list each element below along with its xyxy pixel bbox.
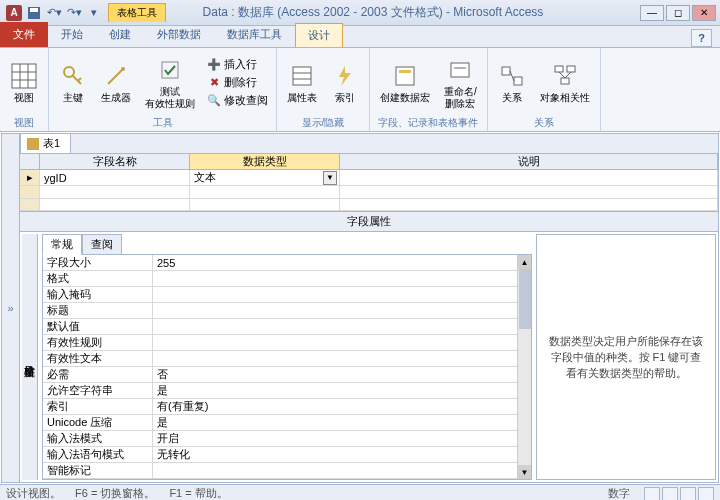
svg-line-26 xyxy=(559,72,565,78)
tab-external[interactable]: 外部数据 xyxy=(144,22,214,47)
status-bar: 设计视图。 F6 = 切换窗格。 F1 = 帮助。 数字 xyxy=(0,484,720,500)
relationships-icon xyxy=(498,62,526,90)
property-row[interactable]: 标题 xyxy=(43,303,531,319)
redo-icon[interactable]: ↷▾ xyxy=(66,5,82,21)
svg-line-22 xyxy=(510,71,514,81)
field-row[interactable]: ▸ ygID 文本▼ xyxy=(20,170,718,186)
description-cell[interactable] xyxy=(340,170,718,185)
property-value[interactable]: 开启 xyxy=(153,431,531,446)
scrollbar[interactable]: ▲ ▼ xyxy=(517,255,531,479)
property-row[interactable]: 默认值 xyxy=(43,319,531,335)
column-datatype[interactable]: 数据类型 xyxy=(190,154,340,169)
svg-rect-17 xyxy=(399,70,411,73)
view-design-icon[interactable] xyxy=(698,487,714,501)
property-name: 输入法模式 xyxy=(43,431,153,446)
document-tab[interactable]: 表1 xyxy=(20,133,71,153)
property-value[interactable] xyxy=(153,351,531,366)
field-name-cell[interactable]: ygID xyxy=(40,170,190,185)
help-button[interactable]: ? xyxy=(691,29,712,47)
property-row[interactable]: 允许空字符串是 xyxy=(43,383,531,399)
property-value[interactable] xyxy=(153,463,531,478)
field-row-empty[interactable] xyxy=(20,199,718,212)
svg-rect-12 xyxy=(162,62,178,78)
property-value[interactable]: 无转化 xyxy=(153,447,531,462)
builder-button[interactable]: 生成器 xyxy=(97,60,135,106)
save-icon[interactable] xyxy=(26,5,42,21)
property-value[interactable] xyxy=(153,271,531,286)
index-button[interactable]: 索引 xyxy=(327,60,363,106)
property-row[interactable]: 智能标记 xyxy=(43,463,531,479)
rename-delete-macro-button[interactable]: 重命名/ 删除宏 xyxy=(440,54,481,112)
tab-general[interactable]: 常规 xyxy=(42,234,82,255)
primary-key-button[interactable]: 主键 xyxy=(55,60,91,106)
app-icon[interactable]: A xyxy=(6,5,22,21)
object-dependencies-button[interactable]: 对象相关性 xyxy=(536,60,594,106)
column-fieldname[interactable]: 字段名称 xyxy=(40,154,190,169)
minimize-button[interactable]: — xyxy=(640,5,664,21)
delete-row-icon: ✖ xyxy=(207,76,221,90)
row-selector[interactable]: ▸ xyxy=(20,170,40,185)
insert-row-button[interactable]: ➕插入行 xyxy=(205,56,270,73)
view-chart-icon[interactable] xyxy=(680,487,696,501)
property-sheet-button[interactable]: 属性表 xyxy=(283,60,321,106)
design-surface: 表1 字段名称 数据类型 说明 ▸ ygID 文本▼ 字段属性 导航窗格 xyxy=(20,134,718,482)
maximize-button[interactable]: ◻ xyxy=(666,5,690,21)
property-value[interactable] xyxy=(153,287,531,302)
tab-home[interactable]: 开始 xyxy=(48,22,96,47)
delete-row-button[interactable]: ✖删除行 xyxy=(205,74,270,91)
insert-row-icon: ➕ xyxy=(207,58,221,72)
svg-rect-16 xyxy=(396,67,414,85)
scroll-thumb[interactable] xyxy=(519,269,531,329)
close-button[interactable]: ✕ xyxy=(692,5,716,21)
property-value[interactable]: 255 xyxy=(153,255,531,270)
property-row[interactable]: 有效性规则 xyxy=(43,335,531,351)
modify-lookup-button[interactable]: 🔍修改查阅 xyxy=(205,92,270,109)
qat-more-icon[interactable]: ▾ xyxy=(86,5,102,21)
property-value[interactable] xyxy=(153,319,531,334)
data-type-cell[interactable]: 文本▼ xyxy=(190,170,340,185)
svg-line-10 xyxy=(108,70,122,84)
property-row[interactable]: 必需否 xyxy=(43,367,531,383)
test-rules-button[interactable]: 测试 有效性规则 xyxy=(141,54,199,112)
property-name: 有效性规则 xyxy=(43,335,153,350)
property-value[interactable]: 有(有重复) xyxy=(153,399,531,414)
quick-access-toolbar: A ↶▾ ↷▾ ▾ xyxy=(0,5,108,21)
tab-dbtools[interactable]: 数据库工具 xyxy=(214,22,295,47)
property-value[interactable]: 是 xyxy=(153,415,531,430)
column-description[interactable]: 说明 xyxy=(340,154,718,169)
property-value[interactable]: 否 xyxy=(153,367,531,382)
table-icon xyxy=(27,138,39,150)
relationships-button[interactable]: 关系 xyxy=(494,60,530,106)
row-selector[interactable] xyxy=(20,186,40,198)
scroll-up-icon[interactable]: ▲ xyxy=(518,255,531,269)
property-row[interactable]: Unicode 压缩是 xyxy=(43,415,531,431)
undo-icon[interactable]: ↶▾ xyxy=(46,5,62,21)
property-value[interactable]: 是 xyxy=(153,383,531,398)
property-row[interactable]: 输入掩码 xyxy=(43,287,531,303)
property-grid: ▲ ▼ 字段大小255格式输入掩码标题默认值有效性规则有效性文本必需否允许空字符… xyxy=(42,254,532,480)
property-row[interactable]: 字段大小255 xyxy=(43,255,531,271)
property-row[interactable]: 有效性文本 xyxy=(43,351,531,367)
property-row[interactable]: 输入法语句模式无转化 xyxy=(43,447,531,463)
row-selector[interactable] xyxy=(20,199,40,211)
expand-nav-icon[interactable]: » xyxy=(7,302,13,314)
tab-lookup[interactable]: 查阅 xyxy=(82,234,122,255)
property-value[interactable] xyxy=(153,335,531,350)
view-datasheet-icon[interactable] xyxy=(644,487,660,501)
create-macro-button[interactable]: 创建数据宏 xyxy=(376,60,434,106)
tab-file[interactable]: 文件 xyxy=(0,22,48,47)
tab-create[interactable]: 创建 xyxy=(96,22,144,47)
row-selector-header[interactable] xyxy=(20,154,40,169)
property-value[interactable] xyxy=(153,303,531,318)
design-grid-header: 字段名称 数据类型 说明 xyxy=(20,154,718,170)
property-row[interactable]: 格式 xyxy=(43,271,531,287)
view-button[interactable]: 视图 xyxy=(6,60,42,106)
field-row-empty[interactable] xyxy=(20,186,718,199)
scroll-down-icon[interactable]: ▼ xyxy=(518,465,531,479)
property-row[interactable]: 输入法模式开启 xyxy=(43,431,531,447)
property-row[interactable]: 索引有(有重复) xyxy=(43,399,531,415)
property-name: 格式 xyxy=(43,271,153,286)
tab-design[interactable]: 设计 xyxy=(295,23,343,47)
dropdown-icon[interactable]: ▼ xyxy=(323,171,337,185)
view-pivot-icon[interactable] xyxy=(662,487,678,501)
